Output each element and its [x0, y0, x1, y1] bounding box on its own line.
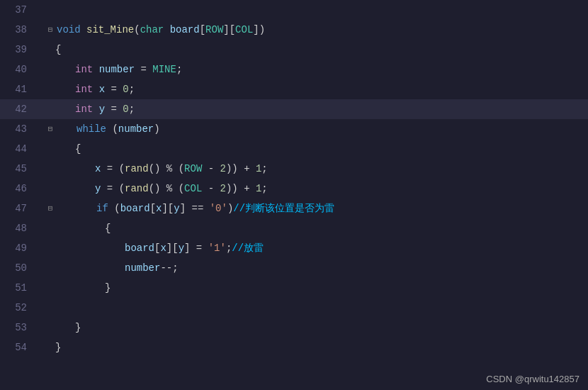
fold-icon-47[interactable]: ⊟ [45, 204, 55, 213]
line-number-45: 45 [0, 163, 35, 174]
line-content-38: ⊟void sit_Mine(char board[ROW][COL]) [40, 20, 265, 40]
code-line-48: 48 { [0, 218, 588, 238]
code-line-37: 37 [0, 0, 588, 20]
line-number-46: 46 [0, 183, 35, 194]
code-line-43: 43 ⊟while (number) [0, 119, 588, 139]
line-content-44: { [40, 139, 81, 159]
code-line-39: 39 { [0, 40, 588, 60]
line-content-45: x = (rand() % (ROW - 2)) + 1; [40, 159, 268, 179]
code-line-47: 47 ⊟if (board[x][y] == '0')//判断该位置是否为雷 [0, 199, 588, 218]
line-number-47: 47 [0, 203, 35, 214]
line-number-53: 53 [0, 322, 35, 333]
line-content-50: number--; [40, 258, 179, 278]
fold-icon-38[interactable]: ⊟ [45, 25, 55, 35]
code-line-41: 41 int x = 0; [0, 79, 588, 99]
code-line-53: 53 } [0, 318, 588, 338]
line-content-51: } [40, 278, 111, 298]
code-line-38: 38 ⊟void sit_Mine(char board[ROW][COL]) [0, 20, 588, 40]
code-line-40: 40 int number = MINE; [0, 60, 588, 79]
line-number-50: 50 [0, 262, 35, 274]
line-content-42: int y = 0; [40, 99, 135, 119]
line-number-37: 37 [0, 4, 35, 16]
code-editor: 37 38 ⊟void sit_Mine(char board[ROW][COL… [0, 0, 588, 390]
code-line-46: 46 y = (rand() % (COL - 2)) + 1; [0, 179, 588, 199]
code-line-50: 50 number--; [0, 258, 588, 278]
code-line-44: 44 { [0, 139, 588, 159]
watermark: CSDN @qrwitu142857 [486, 374, 579, 384]
code-line-45: 45 x = (rand() % (ROW - 2)) + 1; [0, 159, 588, 179]
line-number-41: 41 [0, 84, 35, 95]
line-number-39: 39 [0, 44, 35, 55]
line-number-49: 49 [0, 243, 35, 254]
line-number-51: 51 [0, 282, 35, 294]
line-number-38: 38 [0, 24, 35, 35]
line-number-52: 52 [0, 302, 35, 313]
line-number-44: 44 [0, 143, 35, 155]
line-content-54: } [40, 338, 61, 357]
line-content-46: y = (rand() % (COL - 2)) + 1; [40, 179, 268, 199]
line-content-49: board[x][y] = '1';//放雷 [40, 238, 264, 258]
line-content-47: ⊟if (board[x][y] == '0')//判断该位置是否为雷 [40, 199, 334, 218]
line-content-40: int number = MINE; [40, 60, 182, 79]
line-number-42: 42 [0, 104, 35, 115]
fold-icon-43[interactable]: ⊟ [45, 124, 55, 134]
line-number-54: 54 [0, 342, 35, 353]
code-line-49: 49 board[x][y] = '1';//放雷 [0, 238, 588, 258]
line-content-43: ⊟while (number) [40, 119, 160, 139]
line-content-48: { [40, 218, 111, 238]
code-line-54: 54 } [0, 338, 588, 357]
code-line-42: 42 int y = 0; [0, 99, 588, 119]
line-content-53: } [40, 318, 81, 338]
line-number-43: 43 [0, 123, 35, 135]
line-number-40: 40 [0, 64, 35, 75]
line-content-41: int x = 0; [40, 79, 135, 99]
line-content-39: { [40, 40, 61, 60]
code-container: 37 38 ⊟void sit_Mine(char board[ROW][COL… [0, 0, 588, 390]
line-number-48: 48 [0, 223, 35, 234]
code-line-52: 52 [0, 298, 588, 318]
code-line-51: 51 } [0, 278, 588, 298]
